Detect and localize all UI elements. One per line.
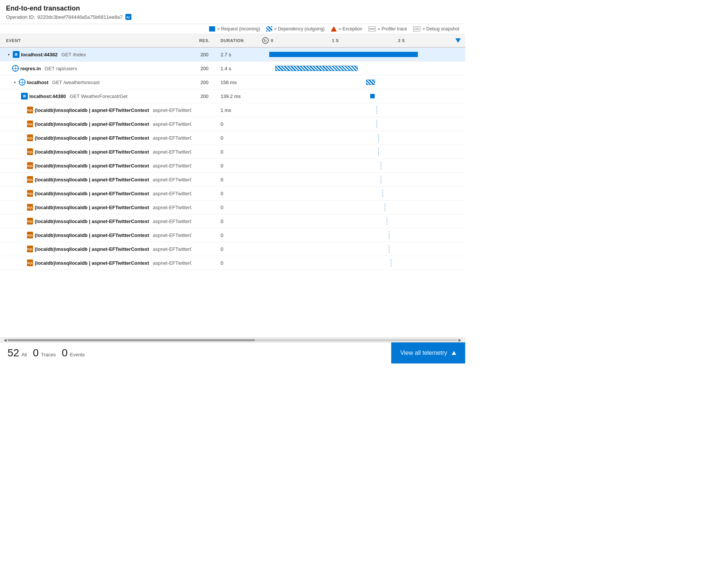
event-method: aspnet-EFTwitterCo: [153, 135, 191, 141]
timeline-cell: [259, 228, 466, 242]
event-cell: SQL (localdb)\mssqllocaldb | aspnet-EFTw…: [0, 229, 191, 241]
timeline-cell: [259, 117, 466, 131]
sql-icon: SQL: [27, 204, 33, 211]
event-cell: SQL (localdb)\mssqllocaldb | aspnet-EFTw…: [0, 202, 191, 213]
expand-toggle[interactable]: ▾: [12, 80, 17, 85]
timeline-cell: [259, 145, 466, 158]
duration-cell: 139.2 ms: [218, 93, 259, 99]
duration-cell: 0: [218, 205, 259, 210]
event-cell: SQL (localdb)\mssqllocaldb | aspnet-EFTw…: [0, 160, 191, 171]
col-res: RES.: [191, 38, 218, 43]
table-row[interactable]: SQL (localdb)\mssqllocaldb | aspnet-EFTw…: [0, 159, 465, 173]
event-name: (localdb)\mssqllocaldb | aspnet-EFTwitte…: [35, 121, 149, 127]
operation-id-value: 9220dc3beef784448a5a75b6811ee8a7: [37, 14, 122, 20]
event-method: aspnet-EFTwitterCo: [153, 107, 191, 113]
insights-icon[interactable]: AI: [125, 13, 132, 21]
events-label: Events: [70, 352, 85, 357]
event-method: aspnet-EFTwitterCo: [153, 260, 191, 266]
sql-icon: SQL: [27, 134, 33, 141]
duration-cell: 0: [218, 232, 259, 238]
events-count: 0: [62, 347, 68, 359]
event-method: aspnet-EFTwitterCo: [153, 177, 191, 182]
col-event: EVENT: [0, 38, 191, 43]
table-row[interactable]: SQL (localdb)\mssqllocaldb | aspnet-EFTw…: [0, 103, 465, 117]
timeline-cell: [259, 187, 466, 200]
table-row[interactable]: reqres.in GET /api/users 200 1.4 s: [0, 62, 465, 75]
timeline-tick-1s: 1 S: [332, 38, 339, 43]
event-cell: SQL (localdb)\mssqllocaldb | aspnet-EFTw…: [0, 257, 191, 268]
timeline-cell: [259, 89, 466, 103]
table-row[interactable]: SQL (localdb)\mssqllocaldb | aspnet-EFTw…: [0, 228, 465, 242]
duration-cell: 0: [218, 260, 259, 266]
traces-stat: 0 Traces: [33, 347, 56, 359]
table-row[interactable]: SQL (localdb)\mssqllocaldb | aspnet-EFTw…: [0, 131, 465, 145]
timeline-tick-0: 0: [271, 38, 274, 43]
legend: = Request (incoming) = Dependency (outgo…: [0, 24, 465, 34]
event-name: (localdb)\mssqllocaldb | aspnet-EFTwitte…: [35, 246, 149, 252]
table-row[interactable]: ▾ ⊞ localhost:44382 GET /Index 200 2.7 s: [0, 48, 465, 62]
event-name: reqres.in: [20, 66, 41, 71]
event-cell: ▾ ⊞ localhost:44382 GET /Index: [0, 49, 191, 60]
legend-dependency-label: = Dependency (outgoing): [274, 26, 325, 32]
timeline-cell: [259, 173, 466, 186]
table-row[interactable]: SQL (localdb)\mssqllocaldb | aspnet-EFTw…: [0, 117, 465, 131]
event-method: GET /weatherforecast: [52, 80, 99, 85]
event-method: aspnet-EFTwitterCo: [153, 246, 191, 252]
expand-toggle[interactable]: ▾: [6, 52, 11, 57]
sql-icon: SQL: [27, 148, 33, 155]
event-name: (localdb)\mssqllocaldb | aspnet-EFTwitte…: [35, 163, 149, 169]
event-name: (localdb)\mssqllocaldb | aspnet-EFTwitte…: [35, 135, 149, 141]
sql-icon: SQL: [27, 176, 33, 183]
table-row[interactable]: SQL (localdb)\mssqllocaldb | aspnet-EFTw…: [0, 187, 465, 201]
table-row[interactable]: SQL (localdb)\mssqllocaldb | aspnet-EFTw…: [0, 214, 465, 228]
event-name: (localdb)\mssqllocaldb | aspnet-EFTwitte…: [35, 219, 149, 224]
res-cell: 200: [191, 52, 218, 57]
res-cell: 200: [191, 80, 218, 85]
horizontal-scrollbar[interactable]: ◀ ▶: [0, 338, 465, 342]
request-icon: [209, 26, 215, 32]
server-icon: ⊞: [21, 93, 28, 100]
event-name: (localdb)\mssqllocaldb | aspnet-EFTwitte…: [35, 149, 149, 155]
table-row[interactable]: SQL (localdb)\mssqllocaldb | aspnet-EFTw…: [0, 201, 465, 214]
duration-cell: 0: [218, 191, 259, 196]
col-timeline: ↻ 0 1 S 2 S: [259, 37, 466, 44]
event-name: (localdb)\mssqllocaldb | aspnet-EFTwitte…: [35, 107, 149, 113]
timeline-filter-icon[interactable]: [455, 38, 461, 43]
view-all-telemetry-button[interactable]: View all telemetry: [391, 342, 465, 363]
timeline-refresh-icon[interactable]: ↻: [262, 37, 269, 44]
table-row[interactable]: ▾ localhost GET /weatherforecast 200 156…: [0, 75, 465, 89]
profiler-icon: [368, 26, 376, 32]
total-stat: 52 All: [8, 347, 27, 359]
operation-id-row: Operation ID: 9220dc3beef784448a5a75b681…: [6, 13, 459, 21]
events-stat: 0 Events: [62, 347, 84, 359]
view-all-telemetry-label: View all telemetry: [400, 350, 447, 356]
timeline-cell: [259, 256, 466, 270]
table-row[interactable]: SQL (localdb)\mssqllocaldb | aspnet-EFTw…: [0, 145, 465, 159]
total-count: 52: [8, 347, 19, 359]
duration-cell: 156 ms: [218, 80, 259, 85]
event-name: (localdb)\mssqllocaldb | aspnet-EFTwitte…: [35, 260, 149, 266]
event-cell: SQL (localdb)\mssqllocaldb | aspnet-EFTw…: [0, 188, 191, 199]
sql-icon: SQL: [27, 218, 33, 225]
table-row[interactable]: ⊞ localhost:44380 GET WeatherForecast/Ge…: [0, 89, 465, 103]
duration-cell: 1.4 s: [218, 66, 259, 71]
event-method: GET WeatherForecast/Get: [70, 93, 128, 99]
event-name: localhost:44380: [29, 93, 66, 99]
legend-exception: = Exception: [331, 26, 362, 32]
legend-debug-label: = Debug snapshot: [422, 26, 459, 32]
table-row[interactable]: SQL (localdb)\mssqllocaldb | aspnet-EFTw…: [0, 256, 465, 270]
sql-icon: SQL: [27, 162, 33, 169]
scrollbar-thumb[interactable]: [8, 339, 255, 341]
total-label: All: [21, 352, 27, 357]
table-row[interactable]: SQL (localdb)\mssqllocaldb | aspnet-EFTw…: [0, 173, 465, 187]
sql-icon: SQL: [27, 259, 33, 266]
scrollbar-track[interactable]: [8, 339, 458, 341]
scroll-left-button[interactable]: ◀: [3, 338, 8, 342]
table-row[interactable]: SQL (localdb)\mssqllocaldb | aspnet-EFTw…: [0, 242, 465, 256]
timeline-cell: [259, 159, 466, 172]
event-method: aspnet-EFTwitterCo: [153, 149, 191, 155]
scroll-right-button[interactable]: ▶: [458, 338, 462, 342]
sql-icon: SQL: [27, 121, 33, 127]
timeline-cell: [259, 103, 466, 117]
traces-label: Traces: [41, 352, 56, 357]
